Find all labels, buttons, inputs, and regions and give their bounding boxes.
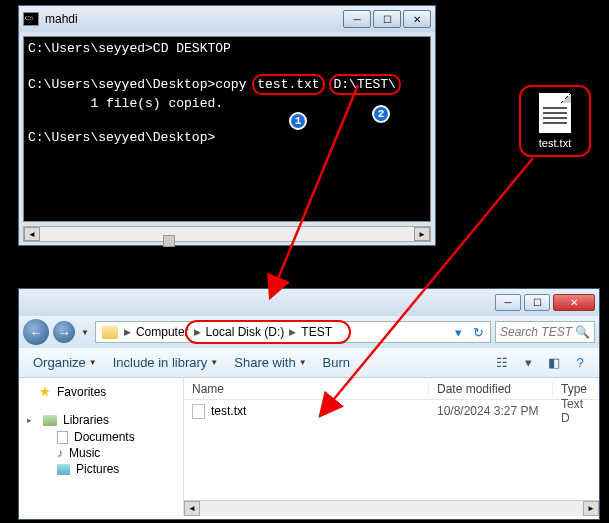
explorer-addressbar: ← → ▼ ▶ Computer ▶ Local Disk (D:) ▶ TES… (19, 316, 599, 348)
cmd-titlebar[interactable]: mahdi ─ ☐ ✕ (19, 6, 435, 32)
file-date: 10/8/2024 3:27 PM (429, 404, 553, 418)
chevron-down-icon: ▼ (89, 358, 97, 367)
text-file-icon (539, 93, 571, 133)
explorer-file-list[interactable]: Name Date modified Type test.txt 10/8/20… (184, 378, 599, 516)
cmd-prompt: C:\Users\seyyed\Desktop> (28, 77, 215, 92)
nav-forward-button[interactable]: → (53, 321, 75, 343)
maximize-button[interactable]: ☐ (524, 294, 550, 311)
libraries-icon (43, 415, 57, 426)
cmd-app-icon (23, 12, 39, 26)
column-headers[interactable]: Name Date modified Type (184, 378, 599, 400)
pictures-icon (57, 464, 70, 475)
scroll-right-button[interactable]: ► (414, 227, 430, 241)
column-type[interactable]: Type (553, 382, 599, 396)
sidebar-music[interactable]: Music (19, 445, 183, 461)
column-date[interactable]: Date modified (429, 382, 553, 396)
file-name: test.txt (211, 404, 246, 418)
star-icon: ★ (39, 384, 51, 399)
explorer-horizontal-scrollbar[interactable]: ◄ ► (184, 500, 599, 516)
cmd-text: CD DESKTOP (153, 41, 231, 56)
scroll-right-button[interactable]: ► (583, 501, 599, 516)
view-dropdown-button[interactable]: ▾ (517, 352, 539, 374)
address-field[interactable]: ▶ Computer ▶ Local Disk (D:) ▶ TEST ▾ ↻ (95, 321, 491, 343)
chevron-right-icon[interactable]: ▶ (122, 327, 133, 337)
cmd-terminal[interactable]: C:\Users\seyyed>CD DESKTOP C:\Users\seyy… (23, 36, 431, 222)
chevron-down-icon: ▼ (299, 358, 307, 367)
close-button[interactable]: ✕ (403, 10, 431, 28)
minimize-button[interactable]: ─ (495, 294, 521, 311)
breadcrumb-computer[interactable]: Computer (133, 325, 192, 339)
nav-history-dropdown[interactable]: ▼ (79, 328, 91, 337)
sidebar-pictures[interactable]: Pictures (19, 461, 183, 477)
minimize-button[interactable]: ─ (343, 10, 371, 28)
file-row[interactable]: test.txt 10/8/2024 3:27 PM Text D (184, 400, 599, 422)
explorer-toolbar: Organize ▼ Include in library ▼ Share wi… (19, 348, 599, 378)
music-icon (57, 446, 63, 460)
scroll-thumb[interactable] (163, 235, 175, 247)
chevron-right-icon[interactable]: ▶ (287, 327, 298, 337)
search-input[interactable]: Search TEST 🔍 (495, 321, 595, 343)
explorer-sidebar: ★Favorites ▸Libraries Documents Music Pi… (19, 378, 184, 516)
help-button[interactable]: ? (569, 352, 591, 374)
cmd-prompt: C:\Users\seyyed> (28, 41, 153, 56)
cmd-text: copy (215, 77, 246, 92)
column-name[interactable]: Name (184, 382, 429, 396)
breadcrumb-folder[interactable]: TEST (298, 325, 335, 339)
preview-pane-button[interactable]: ◧ (543, 352, 565, 374)
annotation-badge-1: 1 (289, 112, 307, 130)
cmd-horizontal-scrollbar[interactable]: ◄ ► (23, 226, 431, 242)
cmd-window: mahdi ─ ☐ ✕ C:\Users\seyyed>CD DESKTOP C… (18, 5, 436, 246)
nav-back-button[interactable]: ← (23, 319, 49, 345)
organize-menu[interactable]: Organize ▼ (27, 353, 103, 372)
refresh-button[interactable]: ↻ (468, 325, 488, 340)
desktop-file-label: test.txt (539, 137, 571, 149)
share-with-menu[interactable]: Share with ▼ (228, 353, 312, 372)
desktop-file-icon[interactable]: test.txt (519, 85, 591, 157)
search-placeholder: Search TEST (500, 325, 572, 339)
scroll-left-button[interactable]: ◄ (184, 501, 200, 516)
scroll-left-button[interactable]: ◄ (24, 227, 40, 241)
expand-icon[interactable]: ▸ (27, 415, 37, 425)
cmd-title: mahdi (45, 12, 343, 26)
text-file-icon (192, 404, 205, 419)
sidebar-documents[interactable]: Documents (19, 429, 183, 445)
file-type: Text D (553, 397, 599, 425)
close-button[interactable]: ✕ (553, 294, 595, 311)
annotation-pill-source: test.txt (252, 74, 324, 95)
chevron-right-icon[interactable]: ▶ (192, 327, 203, 337)
folder-icon (102, 326, 118, 339)
chevron-down-icon: ▼ (210, 358, 218, 367)
include-library-menu[interactable]: Include in library ▼ (107, 353, 225, 372)
sidebar-libraries[interactable]: ▸Libraries (19, 411, 183, 429)
explorer-titlebar[interactable]: ─ ☐ ✕ (19, 289, 599, 316)
explorer-window: ─ ☐ ✕ ← → ▼ ▶ Computer ▶ Local Disk (D:)… (18, 288, 600, 520)
annotation-badge-2: 2 (372, 105, 390, 123)
view-options-button[interactable]: ☷ (491, 352, 513, 374)
search-icon: 🔍 (575, 325, 590, 339)
addr-dropdown-button[interactable]: ▾ (448, 325, 468, 340)
burn-button[interactable]: Burn (317, 353, 356, 372)
sidebar-favorites[interactable]: ★Favorites (19, 382, 183, 401)
document-icon (57, 431, 68, 444)
cmd-prompt: C:\Users\seyyed\Desktop> (28, 130, 215, 145)
cmd-output: 1 file(s) copied. (28, 96, 223, 111)
maximize-button[interactable]: ☐ (373, 10, 401, 28)
breadcrumb-drive[interactable]: Local Disk (D:) (203, 325, 288, 339)
annotation-pill-dest: D:\TEST\ (329, 74, 401, 95)
